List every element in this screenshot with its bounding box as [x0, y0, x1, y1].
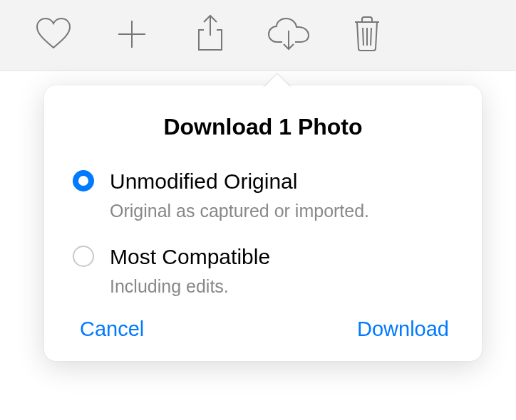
- option-label: Unmodified Original: [110, 167, 453, 195]
- delete-button[interactable]: [328, 7, 406, 64]
- popover-arrow: [263, 73, 291, 87]
- download-button[interactable]: [249, 7, 328, 64]
- trash-icon: [352, 16, 382, 56]
- toolbar: [0, 0, 516, 71]
- download-popover: Download 1 Photo Unmodified Original Ori…: [44, 85, 482, 361]
- radio-unselected-icon: [73, 246, 94, 267]
- cancel-button[interactable]: Cancel: [80, 317, 144, 341]
- download-confirm-button[interactable]: Download: [357, 317, 449, 341]
- option-label: Most Compatible: [110, 243, 453, 271]
- cloud-download-icon: [267, 16, 311, 55]
- svg-line-4: [363, 28, 363, 46]
- share-button[interactable]: [171, 7, 249, 64]
- heart-icon: [34, 16, 73, 55]
- option-unmodified-original[interactable]: Unmodified Original Original as captured…: [73, 167, 453, 223]
- option-description: Original as captured or imported.: [110, 199, 453, 223]
- radio-selected-icon: [73, 170, 94, 191]
- svg-line-6: [371, 28, 371, 46]
- plus-icon: [115, 18, 148, 53]
- add-button[interactable]: [93, 7, 171, 64]
- share-icon: [194, 14, 227, 57]
- option-description: Including edits.: [110, 275, 453, 298]
- popover-title: Download 1 Photo: [73, 114, 453, 140]
- option-text: Most Compatible Including edits.: [110, 243, 453, 298]
- favorite-button[interactable]: [14, 7, 93, 64]
- option-text: Unmodified Original Original as captured…: [110, 167, 453, 223]
- option-most-compatible[interactable]: Most Compatible Including edits.: [73, 243, 453, 298]
- popover-panel: Download 1 Photo Unmodified Original Ori…: [44, 85, 482, 361]
- popover-actions: Cancel Download: [73, 317, 453, 341]
